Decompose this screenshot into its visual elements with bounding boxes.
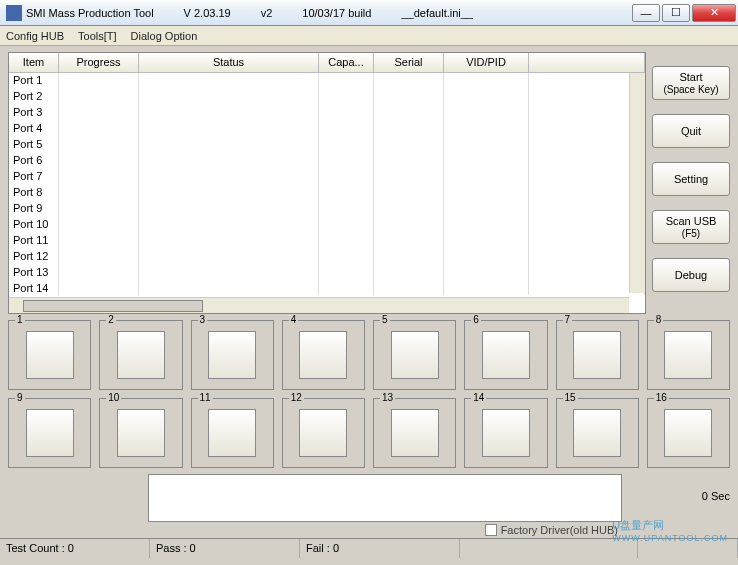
port-indicator[interactable]: [117, 331, 165, 379]
col-capacity[interactable]: Capa...: [319, 53, 374, 72]
port-slot-14: 14: [464, 398, 547, 468]
log-textarea[interactable]: [148, 474, 622, 522]
cell-item: Port 13: [9, 265, 59, 281]
cell-item: Port 7: [9, 169, 59, 185]
port-slot-8: 8: [647, 320, 730, 390]
debug-button[interactable]: Debug: [652, 258, 730, 292]
status-test-count: Test Count : 0: [0, 539, 150, 558]
app-version: V 2.03.19: [184, 7, 261, 19]
vertical-scrollbar[interactable]: [629, 73, 645, 293]
port-slot-5: 5: [373, 320, 456, 390]
port-label: 6: [471, 314, 481, 325]
port-indicator[interactable]: [299, 409, 347, 457]
quit-button[interactable]: Quit: [652, 114, 730, 148]
port-label: 15: [563, 392, 578, 403]
table-row[interactable]: Port 8: [9, 185, 645, 201]
port-indicator[interactable]: [208, 331, 256, 379]
table-row[interactable]: Port 7: [9, 169, 645, 185]
port-slot-4: 4: [282, 320, 365, 390]
title-bar: SMI Mass Production Tool V 2.03.19 v2 10…: [0, 0, 738, 26]
app-title: SMI Mass Production Tool: [26, 7, 184, 19]
port-label: 1: [15, 314, 25, 325]
app-subversion: v2: [261, 7, 303, 19]
port-label: 13: [380, 392, 395, 403]
port-indicator[interactable]: [573, 409, 621, 457]
maximize-button[interactable]: ☐: [662, 4, 690, 22]
horizontal-scrollbar[interactable]: [9, 297, 629, 313]
port-indicator[interactable]: [482, 331, 530, 379]
table-row[interactable]: Port 4: [9, 121, 645, 137]
port-slot-11: 11: [191, 398, 274, 468]
port-slot-10: 10: [99, 398, 182, 468]
port-label: 7: [563, 314, 573, 325]
status-pass: Pass : 0: [150, 539, 300, 558]
port-label: 14: [471, 392, 486, 403]
port-indicator[interactable]: [664, 409, 712, 457]
app-icon: [6, 5, 22, 21]
cell-item: Port 11: [9, 233, 59, 249]
port-label: 9: [15, 392, 25, 403]
cell-item: Port 10: [9, 217, 59, 233]
table-row[interactable]: Port 5: [9, 137, 645, 153]
table-row[interactable]: Port 11: [9, 233, 645, 249]
table-row[interactable]: Port 10: [9, 217, 645, 233]
port-indicator[interactable]: [26, 331, 74, 379]
cell-item: Port 1: [9, 73, 59, 89]
setting-button[interactable]: Setting: [652, 162, 730, 196]
status-fail: Fail : 0: [300, 539, 460, 558]
port-label: 8: [654, 314, 664, 325]
timer-label: 0 Sec: [690, 490, 730, 522]
cell-item: Port 2: [9, 89, 59, 105]
menu-config-hub[interactable]: Config HUB: [6, 30, 64, 42]
port-slot-7: 7: [556, 320, 639, 390]
minimize-button[interactable]: —: [632, 4, 660, 22]
port-indicator[interactable]: [573, 331, 621, 379]
port-label: 4: [289, 314, 299, 325]
port-label: 3: [198, 314, 208, 325]
scan-usb-button[interactable]: Scan USB(F5): [652, 210, 730, 244]
port-label: 5: [380, 314, 390, 325]
table-row[interactable]: Port 13: [9, 265, 645, 281]
port-indicator[interactable]: [299, 331, 347, 379]
port-slot-6: 6: [464, 320, 547, 390]
port-slot-3: 3: [191, 320, 274, 390]
table-row[interactable]: Port 1: [9, 73, 645, 89]
port-slot-1: 1: [8, 320, 91, 390]
cell-item: Port 4: [9, 121, 59, 137]
port-indicator[interactable]: [664, 331, 712, 379]
col-progress[interactable]: Progress: [59, 53, 139, 72]
port-indicator[interactable]: [26, 409, 74, 457]
close-button[interactable]: ✕: [692, 4, 736, 22]
col-vidpid[interactable]: VID/PID: [444, 53, 529, 72]
menu-dialog-option[interactable]: Dialog Option: [131, 30, 198, 42]
col-status[interactable]: Status: [139, 53, 319, 72]
menu-tools[interactable]: Tools[T]: [78, 30, 117, 42]
status-bar: Test Count : 0 Pass : 0 Fail : 0: [0, 538, 738, 558]
table-row[interactable]: Port 9: [9, 201, 645, 217]
port-slot-2: 2: [99, 320, 182, 390]
port-table: Item Progress Status Capa... Serial VID/…: [8, 52, 646, 314]
col-serial[interactable]: Serial: [374, 53, 444, 72]
scroll-thumb[interactable]: [23, 300, 203, 312]
status-right: [638, 539, 738, 558]
start-button[interactable]: Start(Space Key): [652, 66, 730, 100]
cell-item: Port 6: [9, 153, 59, 169]
port-slot-12: 12: [282, 398, 365, 468]
port-indicator[interactable]: [208, 409, 256, 457]
port-indicator[interactable]: [391, 331, 439, 379]
table-row[interactable]: Port 3: [9, 105, 645, 121]
cell-item: Port 12: [9, 249, 59, 265]
table-row[interactable]: Port 12: [9, 249, 645, 265]
table-row[interactable]: Port 2: [9, 89, 645, 105]
table-row[interactable]: Port 14: [9, 281, 645, 295]
port-slot-9: 9: [8, 398, 91, 468]
col-item[interactable]: Item: [9, 53, 59, 72]
port-indicator[interactable]: [482, 409, 530, 457]
port-slot-15: 15: [556, 398, 639, 468]
port-indicator[interactable]: [117, 409, 165, 457]
factory-driver-checkbox[interactable]: [485, 524, 497, 536]
port-indicator[interactable]: [391, 409, 439, 457]
col-extra[interactable]: [529, 53, 645, 72]
table-row[interactable]: Port 6: [9, 153, 645, 169]
cell-item: Port 3: [9, 105, 59, 121]
